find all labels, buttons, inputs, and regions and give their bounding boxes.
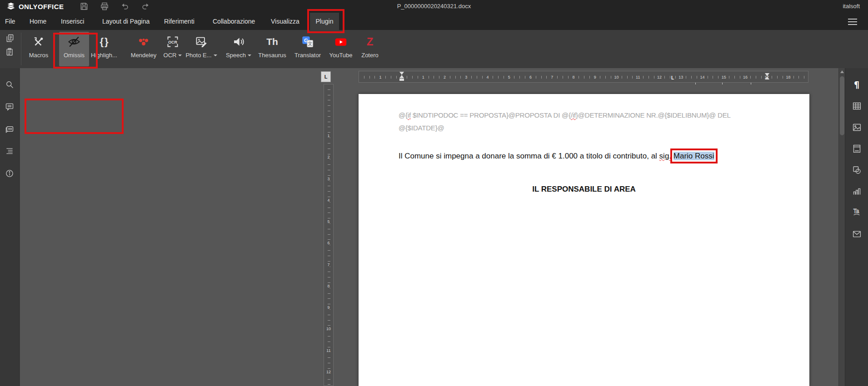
ocr-icon: OCR [166, 32, 179, 52]
ruler-number: 4 [327, 198, 329, 203]
document-workspace[interactable]: L 1 123456789101112131415161718 L 123456… [20, 68, 845, 386]
tab-visualizza[interactable]: Visualizza [271, 13, 299, 30]
user-name: italsoft [843, 3, 860, 10]
ruler-number: 18 [785, 74, 791, 80]
ruler-number: 11 [635, 74, 641, 80]
ruler-number: 10 [613, 74, 619, 80]
ruler-number: 3 [327, 176, 329, 182]
ruler-number: 15 [721, 74, 727, 80]
menu-bar: File Home Inserisci Layout di Pagina Rif… [0, 13, 868, 30]
onlyoffice-logo: ONLYOFFICE [6, 2, 64, 11]
about-icon[interactable] [4, 168, 15, 179]
template-paragraph: @{if $INDTIPODOC == PROPOSTA}@PROPOSTA D… [399, 109, 769, 134]
right-sidebar: ¶ Ta [845, 68, 868, 386]
ruler-number: 6 [327, 240, 329, 246]
ruler-number: 1 [327, 133, 329, 139]
plugin-photo-editor[interactable]: Photo E... [185, 32, 217, 66]
ruler-number: 8 [571, 74, 575, 80]
menu-hamburger-icon[interactable] [848, 17, 857, 26]
toolbar-divider [21, 33, 21, 65]
tab-stop-marker[interactable]: L [671, 75, 674, 80]
ruler-number: 7 [550, 74, 554, 80]
plugin-highlight[interactable]: { } Highligh... [90, 32, 118, 66]
tab-selector-box[interactable]: L [321, 71, 331, 82]
textart-settings-icon[interactable]: Ta [851, 207, 862, 218]
body-paragraph: Il Comune si impegna a donare la somma d… [399, 152, 789, 161]
photo-editor-icon [195, 32, 208, 52]
navigation-icon[interactable] [4, 146, 15, 157]
mail-merge-icon[interactable] [851, 228, 862, 239]
ruler-number: 2 [327, 154, 329, 160]
plugin-mendeley[interactable]: Mendeley [127, 32, 160, 66]
search-icon[interactable] [4, 79, 15, 90]
scrollbar-thumb[interactable] [840, 76, 844, 135]
print-icon[interactable] [99, 1, 110, 11]
ruler-number: 8 [327, 283, 329, 289]
paste-icon[interactable] [5, 47, 15, 57]
ruler-number: 4 [485, 74, 489, 80]
tab-collaborazione[interactable]: Collaborazione [213, 13, 255, 30]
ruler-number: 3 [464, 74, 468, 80]
ruler-number: 14 [699, 74, 705, 80]
right-indent-marker[interactable] [765, 73, 769, 79]
plugin-thesaurus[interactable]: Th Thesaurus [255, 32, 289, 66]
plugin-translator[interactable]: G文 Translator [291, 32, 324, 66]
ruler-number: 11 [326, 348, 330, 353]
left-indent-marker[interactable] [399, 72, 404, 81]
chevron-down-icon [178, 54, 182, 56]
ruler-number: 7 [327, 262, 329, 267]
tab-file[interactable]: File [5, 13, 15, 30]
ruler-number: 13 [678, 74, 684, 80]
redo-icon[interactable] [140, 1, 151, 11]
plugin-macros[interactable]: Macros [24, 32, 53, 66]
header-footer-icon[interactable] [851, 143, 862, 154]
vertical-scrollbar[interactable] [838, 68, 845, 386]
copy-icon[interactable] [5, 34, 15, 44]
comments-icon[interactable] [4, 101, 15, 112]
document-title: P_0000000020240321.docx [397, 3, 471, 10]
plugin-zotero[interactable]: Z Zotero [357, 32, 383, 66]
highlighted-text-mario-rossi: Mario Rossi [673, 152, 714, 160]
youtube-icon [334, 32, 347, 52]
tab-plugin[interactable]: Plugin [310, 13, 339, 30]
logo-text: ONLYOFFICE [19, 3, 64, 10]
tab-home[interactable]: Home [30, 13, 46, 30]
undo-icon[interactable] [119, 1, 131, 11]
chart-settings-icon[interactable] [851, 186, 862, 197]
omissis-eye-icon [67, 32, 81, 52]
plugin-omissis[interactable]: Omissis [59, 32, 89, 66]
onlyoffice-logo-icon [6, 2, 15, 11]
table-settings-icon[interactable] [851, 100, 862, 111]
vertical-ruler: 123456789101112 [324, 84, 334, 386]
translator-icon: G文 [301, 32, 314, 52]
ruler-number: 5 [327, 219, 329, 224]
scroll-up-icon[interactable] [840, 70, 844, 73]
tab-riferimenti[interactable]: Riferimenti [164, 13, 195, 30]
svg-text:文: 文 [308, 41, 313, 46]
document-page[interactable]: @{if $INDTIPODOC == PROPOSTA}@PROPOSTA D… [359, 94, 809, 386]
tab-layout[interactable]: Layout di Pagina [102, 13, 150, 30]
tab-inserisci[interactable]: Inserisci [61, 13, 84, 30]
ruler-number: 5 [507, 74, 511, 80]
plugin-ocr[interactable]: OCR OCR [160, 32, 185, 66]
ruler-number: 2 [443, 74, 447, 80]
plugin-youtube[interactable]: YouTube [326, 32, 355, 66]
paragraph-settings-icon[interactable]: ¶ [851, 79, 862, 90]
signature-paragraph: IL RESPONSABILE DI AREA [359, 185, 809, 194]
image-settings-icon[interactable] [851, 122, 862, 133]
chevron-down-icon [248, 54, 251, 56]
plugin-speech[interactable]: Speech [224, 32, 254, 66]
zotero-icon: Z [367, 32, 374, 52]
left-sidebar [0, 68, 20, 386]
ruler-number: 9 [327, 305, 329, 310]
app-window: ONLYOFFICE P_0000000020240321.docx itals… [0, 0, 868, 386]
ruler-number: 9 [593, 74, 597, 80]
save-icon[interactable] [78, 1, 90, 11]
chevron-down-icon [214, 54, 217, 56]
ruler-number: 16 [742, 74, 748, 80]
ruler-number: 6 [529, 74, 533, 80]
plugin-toolbar: Macros Omissis { } Highligh... Mendeley … [0, 30, 868, 68]
chat-icon[interactable] [4, 124, 15, 134]
ruler-number: 12 [656, 74, 663, 80]
shape-settings-icon[interactable] [851, 164, 862, 175]
